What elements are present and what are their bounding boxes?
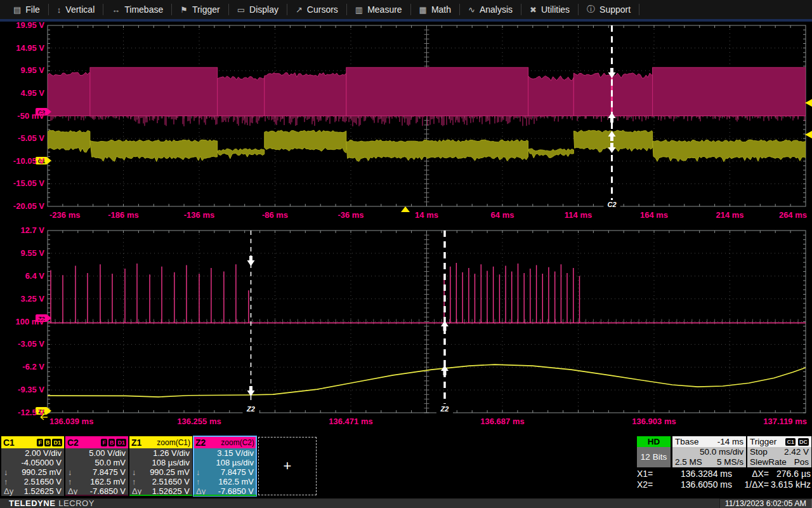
timebase-panel[interactable]: Tbase -14 ms 50.0 ms/div 2.5 MS 5 MS/s xyxy=(672,436,746,467)
analysis-icon: ∿ xyxy=(468,5,475,15)
trace-status-underline xyxy=(129,495,192,496)
c1-trace[interactable] xyxy=(48,130,806,162)
trace-panel-c2[interactable]: C2FBD15.00 V/div50.0 mV↓7.8475 V↑162.5 m… xyxy=(65,436,128,496)
trace-row-value: 1.26 V/div xyxy=(146,448,190,458)
y-axis-tick-label: -9.35 V xyxy=(0,385,44,394)
trace-row-prefix xyxy=(132,458,146,467)
z2-channel-marker[interactable]: Z2 xyxy=(36,314,51,322)
dx-label: ΔX= xyxy=(732,469,769,479)
trace-row-prefix xyxy=(196,448,210,458)
trigger-source-badge: C1 xyxy=(785,438,796,446)
trace-row-prefix: ↓ xyxy=(4,467,18,477)
menu-item-label: File xyxy=(25,4,40,15)
z1-offscreen-arrow xyxy=(41,415,48,420)
trace-panel-header-c1[interactable]: C1FBD1 xyxy=(1,436,64,448)
y-axis-tick-label: 4.95 V xyxy=(0,88,44,98)
trace-panel-header-c2[interactable]: C2FBD1 xyxy=(65,436,128,448)
y-axis-tick-label: 3.25 V xyxy=(0,294,44,304)
menu-item-display[interactable]: ▭Display xyxy=(229,0,287,19)
trace-panel-z1[interactable]: Z1zoom(C1)1.26 V/div108 µs/div↓990.25 mV… xyxy=(129,436,192,496)
menu-item-math[interactable]: ▦Math xyxy=(411,0,459,19)
trace-panel-row: ↑2.51650 V xyxy=(1,477,64,486)
timebase-delay: -14 ms xyxy=(717,437,743,446)
trace-panel-row: ↓7.8475 V xyxy=(65,467,128,477)
vertical-icon: ↕ xyxy=(57,5,62,15)
menu-item-vertical[interactable]: ↕Vertical xyxy=(49,0,103,19)
menu-item-file[interactable]: ▤File xyxy=(5,0,48,19)
x-axis-tick-label: -236 ms xyxy=(49,210,107,220)
c2-channel-marker[interactable]: C2 xyxy=(36,108,51,116)
x-axis-tick-label: 136.039 ms xyxy=(49,417,107,426)
z1-channel-marker[interactable]: Z1 xyxy=(36,407,51,415)
svg-text:Z1: Z1 xyxy=(38,408,45,415)
svg-text:C2: C2 xyxy=(607,201,616,208)
x2-value: 136.6050 ms xyxy=(662,479,732,490)
trigger-title: Trigger xyxy=(750,437,776,446)
menu-item-analysis[interactable]: ∿Analysis xyxy=(460,0,521,19)
x-axis-tick-label: 64 ms xyxy=(474,210,531,220)
x-axis-tick-label: 136.255 ms xyxy=(171,417,228,426)
status-bar: TELEDYNELECROY 11/13/2023 6:02:05 AM xyxy=(0,498,812,508)
menu-item-utilities[interactable]: ✖Utilities xyxy=(521,0,578,19)
utilities-icon: ✖ xyxy=(530,5,537,15)
x-axis-tick-label: 137.119 ms xyxy=(750,417,807,426)
x-axis-tick-label: 114 ms xyxy=(550,210,607,220)
trace-panel-c1[interactable]: C1FBD12.00 V/div-4.05000 V↓990.25 mV↑2.5… xyxy=(1,436,64,496)
zoom-cursor-x1[interactable]: Z2 xyxy=(243,231,259,413)
trigger-panel[interactable]: Trigger C1 DC Stop 2.42 V SlewRate Pos xyxy=(747,436,811,467)
trigger-panel-body: Stop 2.42 V SlewRate Pos xyxy=(747,447,811,467)
trace-id-label: C1 xyxy=(3,438,15,448)
y-axis-tick-label: -6.2 V xyxy=(0,362,44,371)
menu-item-measure[interactable]: ▥Measure xyxy=(347,0,410,19)
trace-row-prefix: ↓ xyxy=(132,467,146,477)
trace-panel-header-z1[interactable]: Z1zoom(C1) xyxy=(129,436,192,448)
hd-panel[interactable]: HD 12 Bits xyxy=(637,436,671,467)
svg-text:C1: C1 xyxy=(38,158,46,164)
trace-row-value: 108 µs/div xyxy=(210,458,254,467)
trigger-panel-header: Trigger C1 DC xyxy=(747,436,811,447)
trace-row-prefix xyxy=(68,458,82,467)
inv-dx-label: 1/ΔX= xyxy=(732,479,769,490)
svg-text:Z2: Z2 xyxy=(38,316,45,322)
trigger-level-marker-2[interactable] xyxy=(805,131,812,138)
y-axis-tick-label: -5.05 V xyxy=(0,133,44,143)
x-axis-tick-label: -86 ms xyxy=(247,210,304,220)
waveform-display: C2Z2Z2C2C1Z2Z1 xyxy=(0,0,812,436)
menu-separator xyxy=(639,4,639,15)
menu-item-cursors[interactable]: ↗Cursors xyxy=(287,0,346,19)
y-axis-tick-label: 100 mV xyxy=(0,317,44,326)
trace-row-prefix: ↑ xyxy=(196,477,210,486)
svg-text:Z2: Z2 xyxy=(246,405,255,413)
trace-panel-row: ↓990.25 mV xyxy=(1,467,64,477)
z1-trace[interactable] xyxy=(48,364,806,397)
add-trace-box[interactable]: + xyxy=(258,437,317,495)
trace-row-prefix xyxy=(4,458,18,467)
trace-panel-header-z2[interactable]: Z2zoom(C2) xyxy=(193,436,256,448)
menu-item-label: Cursors xyxy=(307,4,338,15)
x1-label: X1= xyxy=(637,469,662,479)
trigger-time-marker[interactable] xyxy=(401,206,410,212)
trigger-level: 2.42 V xyxy=(784,447,809,457)
zoom-cursor-x2[interactable]: Z2 xyxy=(436,231,453,413)
x2-label: X2= xyxy=(637,479,662,490)
menu-item-label: Vertical xyxy=(65,4,95,15)
trace-row-value: 990.25 mV xyxy=(146,467,190,477)
trace-panel-z2[interactable]: Z2zoom(C2)3.15 V/div108 µs/div↓7.8475 V↑… xyxy=(193,436,256,496)
menu-item-support[interactable]: ⓘSupport xyxy=(579,0,639,19)
trigger-coupling-badge: DC xyxy=(798,438,809,446)
c2-trace[interactable] xyxy=(48,67,806,126)
z2-trace[interactable] xyxy=(48,263,806,323)
menu-item-timebase[interactable]: ↔Timebase xyxy=(103,0,171,19)
menu-item-trigger[interactable]: ⚑Trigger xyxy=(172,0,228,19)
x-axis-tick-label: 264 ms xyxy=(750,210,807,220)
timebase-title: Tbase xyxy=(675,437,699,446)
trigger-level-marker[interactable] xyxy=(805,99,812,107)
y-axis-tick-label: -50 mV xyxy=(0,111,44,121)
trigger-slope: Pos xyxy=(794,457,809,467)
trace-row-prefix: ↓ xyxy=(68,467,82,477)
trace-panel-row: 108 µs/div xyxy=(129,458,192,467)
menu-bar: ▤File↕Vertical↔Timebase⚑Trigger▭Display↗… xyxy=(0,0,812,19)
c1-channel-marker[interactable]: C1 xyxy=(36,157,51,164)
dx-value: 276.6 µs xyxy=(769,469,811,479)
main-grid-cursor[interactable]: C2 xyxy=(604,25,620,209)
